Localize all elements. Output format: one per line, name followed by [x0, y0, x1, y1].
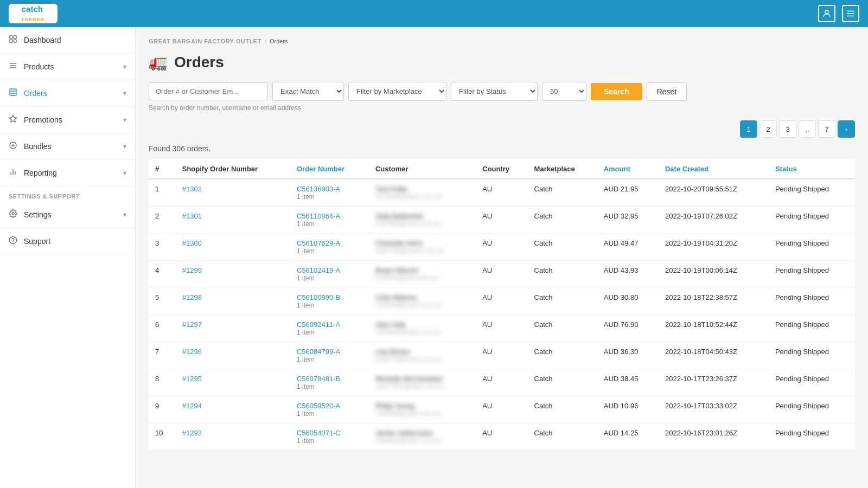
sidebar-item-reporting[interactable]: Reporting ▾: [0, 160, 135, 187]
shopify-order-link[interactable]: #1295: [182, 375, 202, 383]
order-number-link[interactable]: C56100990-B: [297, 293, 340, 301]
sidebar-item-support[interactable]: Support: [0, 228, 135, 255]
reset-button[interactable]: Reset: [647, 82, 687, 101]
table-header: # Shopify Order Number Order Number Cust…: [149, 159, 855, 179]
cell-customer: Toni Fuller ton18440@catch.com.au: [369, 179, 476, 207]
cell-shopify: #1297: [176, 315, 290, 342]
cell-order-num: C56107629-A 1 item: [290, 234, 369, 261]
search-button[interactable]: Search: [591, 83, 642, 100]
page-btn-3[interactable]: 3: [779, 120, 796, 138]
cell-date: 2022-10-18T04:50:43Z: [659, 342, 769, 369]
order-number-link[interactable]: C56084799-A: [297, 348, 340, 356]
cell-num: 6: [149, 315, 176, 342]
table-row: 9 #1294 C56059520-A 1 item Philip Young …: [149, 396, 855, 423]
per-page-select[interactable]: 10 25 50 100: [542, 82, 586, 101]
table-row: 1 #1302 C56136903-A 1 item Toni Fuller t…: [149, 179, 855, 207]
order-number-link[interactable]: C56136903-A: [297, 185, 340, 193]
customer-email: sal17866@catch.com.au: [375, 220, 469, 227]
cell-country: AU: [476, 179, 527, 207]
svg-rect-6: [10, 40, 12, 42]
page-btn-1[interactable]: 1: [740, 120, 757, 138]
shopify-order-link[interactable]: #1300: [182, 239, 202, 247]
cell-status: Pending Shipped: [769, 179, 855, 207]
sidebar-item-bundles[interactable]: Bundles ▾: [0, 133, 135, 160]
cell-num: 1: [149, 179, 176, 207]
order-number-link[interactable]: C56078481-B: [297, 375, 340, 383]
cell-date: 2022-10-19T07:26:02Z: [659, 207, 769, 234]
shopify-order-link[interactable]: #1302: [182, 185, 202, 193]
order-number-link[interactable]: C56054071-C: [297, 429, 341, 437]
cell-country: AU: [476, 369, 527, 396]
order-number-link[interactable]: C56059520-A: [297, 402, 340, 410]
customer-name: Toni Fuller: [375, 185, 469, 193]
logo[interactable]: catchFEEDER: [9, 4, 58, 23]
orders-truck-icon: 🚛: [149, 53, 168, 71]
order-number-link[interactable]: C56092411-A: [297, 320, 340, 329]
cell-status: Pending Shipped: [769, 396, 855, 423]
support-icon: [9, 236, 17, 247]
page-btn-2[interactable]: 2: [760, 120, 777, 138]
item-count: 1 item: [297, 410, 362, 418]
customer-name: Michelle McClanahan: [375, 375, 469, 383]
cell-num: 7: [149, 342, 176, 369]
customer-name: Philip Young: [375, 402, 469, 410]
order-number-link[interactable]: C56107629-A: [297, 239, 340, 247]
cell-date: 2022-10-18T22:38:57Z: [659, 288, 769, 315]
top-navigation: catchFEEDER: [0, 0, 868, 27]
settings-icon: [9, 209, 17, 220]
match-select[interactable]: Exact Match Contains: [272, 82, 344, 101]
logo-area: catchFEEDER: [9, 4, 58, 23]
sidebar-label-bundles: Bundles: [24, 142, 52, 151]
menu-icon[interactable]: [842, 5, 859, 22]
page-btn-7[interactable]: 7: [818, 120, 835, 138]
cell-status: Pending Shipped: [769, 261, 855, 288]
cell-shopify: #1299: [176, 261, 290, 288]
order-number-link[interactable]: C56110864-A: [297, 212, 340, 220]
cell-marketplace: Catch: [528, 342, 597, 369]
order-number-link[interactable]: C56102419-A: [297, 266, 340, 274]
customer-name: Jamie Liebermann: [375, 429, 469, 437]
cell-customer: Alan Hale col50001@catch.com.au: [369, 315, 476, 342]
marketplace-select[interactable]: Filter by Marketplace Catch Kogan MyDeal: [348, 82, 446, 101]
svg-rect-11: [10, 89, 16, 95]
shopify-order-link[interactable]: #1297: [182, 320, 202, 329]
settings-chevron: ▾: [123, 211, 126, 219]
sidebar-label-products: Products: [24, 62, 54, 71]
shopify-order-link[interactable]: #1301: [182, 212, 202, 220]
cell-order-num: C56059520-A 1 item: [290, 396, 369, 423]
page-title-area: 🚛 Orders: [149, 53, 855, 71]
next-page-button[interactable]: ›: [838, 120, 855, 138]
user-icon[interactable]: [818, 5, 835, 22]
customer-name: Charlotte Henri: [375, 239, 469, 247]
breadcrumb: GREAT BARGAIN FACTORY OUTLET / Orders: [149, 38, 855, 44]
cell-num: 8: [149, 369, 176, 396]
shopify-order-link[interactable]: #1299: [182, 266, 202, 274]
cell-date: 2022-10-19T04:31:20Z: [659, 234, 769, 261]
cell-status: Pending Shipped: [769, 369, 855, 396]
shopify-order-link[interactable]: #1293: [182, 429, 202, 437]
shopify-order-link[interactable]: #1294: [182, 402, 202, 410]
sidebar-item-products[interactable]: Products ▾: [0, 54, 135, 80]
status-select[interactable]: Filter by Status Pending Shipped Shipped…: [451, 82, 538, 101]
table-row: 6 #1297 C56092411-A 1 item Alan Hale col…: [149, 315, 855, 342]
cell-marketplace: Catch: [528, 261, 597, 288]
sidebar-item-promotions[interactable]: Promotions ▾: [0, 107, 135, 133]
cell-country: AU: [476, 261, 527, 288]
item-count: 1 item: [297, 274, 362, 282]
customer-name: Bryan Warren: [375, 266, 469, 274]
sidebar-label-reporting: Reporting: [24, 169, 57, 177]
promotions-chevron: ▾: [123, 116, 126, 124]
col-date: Date Created: [659, 159, 769, 179]
table-row: 2 #1301 C56110864-A 1 item Sally Ballant…: [149, 207, 855, 234]
sidebar-item-dashboard[interactable]: Dashboard: [0, 27, 135, 54]
svg-marker-14: [9, 115, 16, 122]
shopify-order-link[interactable]: #1296: [182, 348, 202, 356]
search-input[interactable]: [149, 82, 268, 100]
cell-marketplace: Catch: [528, 396, 597, 423]
sidebar-item-orders[interactable]: Orders ▾: [0, 80, 135, 107]
customer-email: moo17561@catch.com.au: [375, 383, 469, 389]
search-hint: Search by order number, username or emai…: [149, 104, 855, 112]
sidebar-item-settings[interactable]: Settings ▾: [0, 202, 135, 228]
shopify-order-link[interactable]: #1298: [182, 293, 202, 301]
svg-point-21: [12, 213, 14, 215]
